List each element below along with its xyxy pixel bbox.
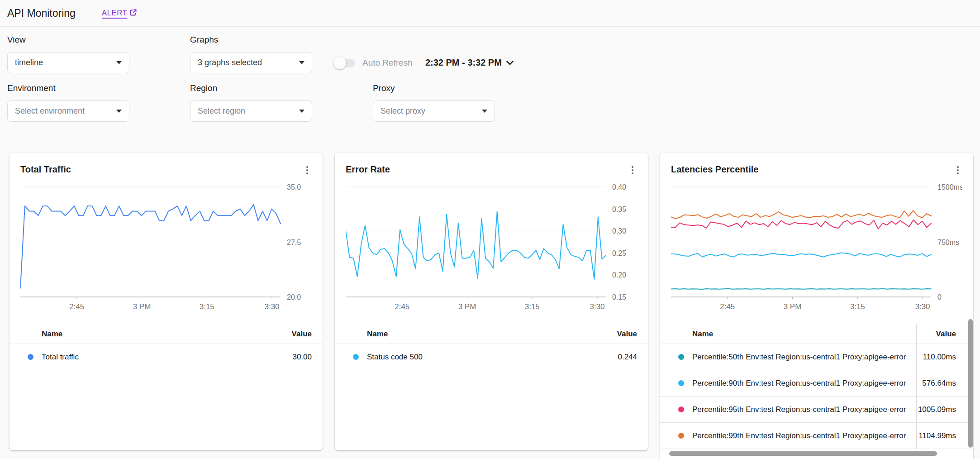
more-options-icon[interactable] bbox=[953, 164, 962, 176]
caret-down-icon bbox=[299, 110, 304, 113]
series-value: 110.00ms bbox=[916, 344, 956, 370]
svg-text:3:30: 3:30 bbox=[915, 302, 930, 309]
table-header-value: Value bbox=[292, 330, 312, 339]
series-value: 1005.09ms bbox=[916, 397, 956, 422]
table-row[interactable]: Percentile:50th Env:test Region:us-centr… bbox=[660, 344, 973, 370]
series-name: Total traffic bbox=[42, 353, 79, 362]
environment-label: Environment bbox=[7, 83, 160, 93]
table-row[interactable]: Percentile:95th Env:test Region:us-centr… bbox=[660, 397, 973, 423]
svg-text:3:30: 3:30 bbox=[264, 302, 279, 309]
filter-row-2: Environment Select environment Region Se… bbox=[7, 83, 973, 122]
external-link-icon bbox=[130, 9, 137, 16]
legend-table: Name Value Percentile:50th Env:test Regi… bbox=[660, 324, 973, 449]
table-header-name: Name bbox=[28, 330, 292, 339]
svg-text:20.0: 20.0 bbox=[287, 293, 301, 301]
svg-text:750ms: 750ms bbox=[937, 239, 959, 246]
error-rate-chart: 0.400.350.300.250.200.152:453 PM3:153:30 bbox=[346, 183, 637, 309]
table-header-name: Name bbox=[353, 330, 617, 339]
svg-text:3:30: 3:30 bbox=[590, 302, 604, 309]
svg-text:2:45: 2:45 bbox=[720, 302, 735, 309]
series-name: Percentile:95th Env:test Region:us-centr… bbox=[692, 405, 906, 414]
table-header-value: Value bbox=[617, 330, 637, 339]
top-bar: API Monitoring ALERT bbox=[0, 0, 980, 27]
caret-down-icon bbox=[482, 110, 487, 113]
series-dot bbox=[678, 380, 684, 386]
table-header-value: Value bbox=[916, 324, 956, 344]
more-options-icon[interactable] bbox=[303, 164, 312, 176]
table-row[interactable]: Percentile:90th Env:test Region:us-centr… bbox=[660, 370, 973, 397]
caret-down-icon bbox=[299, 61, 304, 64]
svg-text:3 PM: 3 PM bbox=[784, 302, 802, 309]
table-row[interactable]: Total traffic 30.00 bbox=[10, 344, 323, 370]
series-value: 30.00 bbox=[292, 353, 312, 362]
series-dot bbox=[678, 354, 684, 360]
toggle-thumb bbox=[333, 57, 346, 69]
series-value: 576.64ms bbox=[916, 370, 956, 396]
proxy-select[interactable]: Select proxy bbox=[373, 100, 495, 122]
svg-text:0.25: 0.25 bbox=[612, 249, 626, 257]
svg-text:3 PM: 3 PM bbox=[133, 302, 151, 309]
alert-link[interactable]: ALERT bbox=[102, 9, 137, 18]
caret-down-icon bbox=[116, 61, 122, 64]
region-select-placeholder: Select region bbox=[198, 106, 245, 116]
alert-link-label: ALERT bbox=[102, 9, 128, 18]
graphs-select[interactable]: 3 graphs selected bbox=[190, 52, 312, 73]
svg-text:3:15: 3:15 bbox=[525, 302, 540, 309]
svg-text:1500ms: 1500ms bbox=[937, 183, 962, 191]
time-range-value: 2:32 PM - 3:32 PM bbox=[425, 57, 502, 68]
series-name: Percentile:50th Env:test Region:us-centr… bbox=[692, 353, 906, 362]
region-select[interactable]: Select region bbox=[190, 100, 312, 122]
proxy-select-placeholder: Select proxy bbox=[381, 106, 425, 116]
card-title: Error Rate bbox=[346, 164, 390, 175]
auto-refresh-label: Auto Refresh bbox=[362, 58, 413, 68]
total-traffic-chart: 35.027.520.02:453 PM3:153:30 bbox=[20, 183, 312, 309]
filter-row-1: View timeline Graphs 3 graphs selected A… bbox=[7, 35, 973, 73]
dashboard-cards: Total Traffic 35.027.520.02:453 PM3:153:… bbox=[10, 153, 973, 459]
series-name: Percentile:90th Env:test Region:us-centr… bbox=[692, 379, 906, 388]
svg-text:0.30: 0.30 bbox=[612, 227, 626, 235]
latencies-percentile-chart: 1500ms750ms02:453 PM3:153:30 bbox=[671, 183, 962, 309]
svg-text:3:15: 3:15 bbox=[850, 302, 865, 309]
graphs-label: Graphs bbox=[190, 35, 343, 45]
svg-text:0.15: 0.15 bbox=[612, 293, 626, 301]
view-label: View bbox=[7, 35, 160, 45]
card-latencies-percentile: Latencies Percentile 1500ms750ms02:453 P… bbox=[660, 153, 973, 459]
view-select[interactable]: timeline bbox=[7, 52, 129, 73]
time-range-dropdown[interactable]: 2:32 PM - 3:32 PM bbox=[425, 57, 514, 68]
series-value: 1104.99ms bbox=[916, 423, 956, 449]
region-label: Region bbox=[190, 83, 343, 93]
legend-table: Name Value Total traffic 30.00 bbox=[10, 324, 323, 370]
svg-text:3 PM: 3 PM bbox=[458, 302, 476, 309]
caret-down-icon bbox=[116, 110, 122, 113]
environment-select[interactable]: Select environment bbox=[7, 100, 129, 122]
series-dot bbox=[678, 433, 684, 439]
table-row[interactable]: Percentile:99th Env:test Region:us-centr… bbox=[660, 423, 973, 449]
svg-text:3:15: 3:15 bbox=[200, 302, 214, 309]
series-name: Percentile:99th Env:test Region:us-centr… bbox=[692, 431, 906, 440]
auto-refresh-toggle[interactable] bbox=[333, 57, 355, 69]
environment-select-placeholder: Select environment bbox=[15, 106, 85, 116]
more-options-icon[interactable] bbox=[628, 164, 637, 176]
table-header-name: Name bbox=[678, 330, 916, 339]
proxy-label: Proxy bbox=[373, 83, 525, 93]
chevron-down-icon bbox=[506, 61, 514, 65]
page-title: API Monitoring bbox=[7, 7, 76, 19]
svg-text:2:45: 2:45 bbox=[395, 302, 409, 309]
series-value: 0.244 bbox=[618, 353, 637, 362]
svg-text:0.20: 0.20 bbox=[612, 271, 626, 279]
table-horizontal-scrollbar[interactable] bbox=[669, 451, 937, 456]
table-row[interactable]: Status code 500 0.244 bbox=[335, 344, 648, 370]
table-vertical-scrollbar[interactable] bbox=[968, 319, 973, 448]
series-dot bbox=[678, 406, 684, 412]
series-dot bbox=[28, 354, 33, 360]
series-dot bbox=[353, 354, 359, 360]
series-name: Status code 500 bbox=[367, 353, 423, 362]
filters-panel: View timeline Graphs 3 graphs selected A… bbox=[0, 27, 980, 134]
graphs-select-value: 3 graphs selected bbox=[198, 58, 262, 67]
legend-table: Name Value Status code 500 0.244 bbox=[335, 324, 648, 370]
card-total-traffic: Total Traffic 35.027.520.02:453 PM3:153:… bbox=[10, 153, 323, 450]
card-title: Latencies Percentile bbox=[671, 164, 758, 175]
svg-text:0.40: 0.40 bbox=[612, 183, 626, 191]
svg-text:0.35: 0.35 bbox=[612, 206, 626, 213]
svg-text:27.5: 27.5 bbox=[287, 239, 301, 246]
